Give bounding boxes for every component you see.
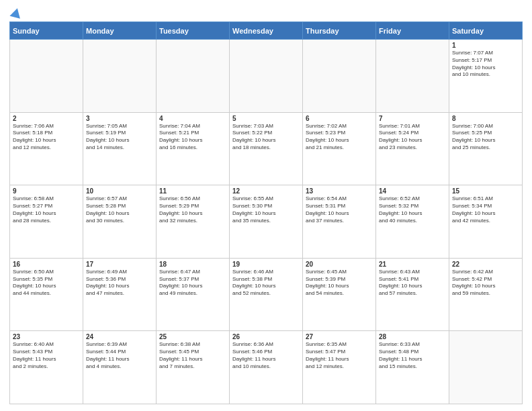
- weekday-header-row: SundayMondayTuesdayWednesdayThursdayFrid…: [10, 22, 523, 40]
- calendar-cell: 24Sunrise: 6:39 AM Sunset: 5:44 PM Dayli…: [83, 331, 157, 404]
- day-number: 10: [86, 187, 153, 195]
- day-number: 3: [86, 115, 153, 122]
- calendar-cell: [157, 40, 230, 113]
- day-number: 22: [452, 261, 519, 268]
- day-detail: Sunrise: 6:55 AM Sunset: 5:30 PM Dayligh…: [232, 195, 300, 224]
- weekday-header-tuesday: Tuesday: [157, 22, 230, 40]
- day-detail: Sunrise: 6:47 AM Sunset: 5:37 PM Dayligh…: [159, 269, 226, 298]
- day-number: 28: [379, 333, 446, 340]
- day-number: 25: [159, 333, 226, 340]
- calendar-cell: 8Sunrise: 7:00 AM Sunset: 5:25 PM Daylig…: [449, 112, 523, 185]
- day-detail: Sunrise: 6:38 AM Sunset: 5:45 PM Dayligh…: [159, 341, 226, 370]
- calendar-cell: 1Sunrise: 7:07 AM Sunset: 5:17 PM Daylig…: [449, 40, 523, 113]
- calendar-cell: 11Sunrise: 6:56 AM Sunset: 5:29 PM Dayli…: [157, 185, 230, 259]
- header: [9, 8, 523, 17]
- day-detail: Sunrise: 7:04 AM Sunset: 5:21 PM Dayligh…: [159, 123, 226, 152]
- weekday-header-thursday: Thursday: [303, 22, 376, 40]
- day-detail: Sunrise: 6:51 AM Sunset: 5:34 PM Dayligh…: [452, 195, 519, 224]
- day-number: 12: [232, 187, 300, 195]
- day-number: 24: [86, 333, 153, 340]
- weekday-header-saturday: Saturday: [449, 22, 523, 40]
- day-number: 14: [379, 187, 446, 195]
- day-detail: Sunrise: 6:49 AM Sunset: 5:36 PM Dayligh…: [86, 269, 153, 298]
- calendar-cell: 20Sunrise: 6:45 AM Sunset: 5:39 PM Dayli…: [303, 258, 376, 331]
- calendar-cell: 17Sunrise: 6:49 AM Sunset: 5:36 PM Dayli…: [83, 258, 157, 331]
- logo-triangle-icon: [9, 7, 22, 19]
- day-detail: Sunrise: 6:50 AM Sunset: 5:35 PM Dayligh…: [13, 269, 80, 298]
- day-number: 7: [379, 115, 446, 122]
- day-number: 11: [159, 187, 226, 195]
- day-number: 26: [232, 333, 300, 340]
- calendar-cell: 27Sunrise: 6:35 AM Sunset: 5:47 PM Dayli…: [303, 331, 376, 404]
- day-detail: Sunrise: 6:35 AM Sunset: 5:47 PM Dayligh…: [306, 341, 373, 370]
- day-detail: Sunrise: 7:05 AM Sunset: 5:19 PM Dayligh…: [86, 123, 153, 152]
- calendar-cell: 16Sunrise: 6:50 AM Sunset: 5:35 PM Dayli…: [10, 258, 83, 331]
- calendar-cell: 14Sunrise: 6:52 AM Sunset: 5:32 PM Dayli…: [376, 185, 449, 259]
- day-detail: Sunrise: 7:00 AM Sunset: 5:25 PM Dayligh…: [452, 123, 519, 152]
- day-number: 8: [452, 115, 519, 122]
- calendar-cell: [10, 40, 83, 113]
- weekday-header-friday: Friday: [376, 22, 449, 40]
- day-number: 20: [306, 261, 373, 268]
- logo-text: [9, 8, 21, 17]
- calendar-cell: 4Sunrise: 7:04 AM Sunset: 5:21 PM Daylig…: [157, 112, 230, 185]
- day-detail: Sunrise: 6:45 AM Sunset: 5:39 PM Dayligh…: [306, 269, 373, 298]
- weekday-header-sunday: Sunday: [10, 22, 83, 40]
- day-detail: Sunrise: 6:46 AM Sunset: 5:38 PM Dayligh…: [232, 269, 300, 298]
- day-detail: Sunrise: 6:58 AM Sunset: 5:27 PM Dayligh…: [13, 195, 80, 224]
- calendar-cell: 23Sunrise: 6:40 AM Sunset: 5:43 PM Dayli…: [10, 331, 83, 404]
- day-number: 21: [379, 261, 446, 268]
- calendar-cell: 21Sunrise: 6:43 AM Sunset: 5:41 PM Dayli…: [376, 258, 449, 331]
- calendar-cell: 6Sunrise: 7:02 AM Sunset: 5:23 PM Daylig…: [303, 112, 376, 185]
- weekday-header-wednesday: Wednesday: [230, 22, 303, 40]
- calendar-cell: 15Sunrise: 6:51 AM Sunset: 5:34 PM Dayli…: [449, 185, 523, 259]
- day-number: 4: [159, 115, 226, 122]
- calendar-cell: 13Sunrise: 6:54 AM Sunset: 5:31 PM Dayli…: [303, 185, 376, 259]
- day-detail: Sunrise: 6:57 AM Sunset: 5:28 PM Dayligh…: [86, 195, 153, 224]
- page: SundayMondayTuesdayWednesdayThursdayFrid…: [0, 0, 532, 411]
- day-detail: Sunrise: 7:07 AM Sunset: 5:17 PM Dayligh…: [452, 50, 519, 79]
- day-number: 1: [452, 42, 519, 49]
- day-detail: Sunrise: 6:39 AM Sunset: 5:44 PM Dayligh…: [86, 341, 153, 370]
- day-detail: Sunrise: 6:40 AM Sunset: 5:43 PM Dayligh…: [13, 341, 80, 370]
- calendar-cell: 2Sunrise: 7:06 AM Sunset: 5:18 PM Daylig…: [10, 112, 83, 185]
- calendar-cell: 19Sunrise: 6:46 AM Sunset: 5:38 PM Dayli…: [230, 258, 303, 331]
- day-number: 15: [452, 187, 519, 195]
- day-detail: Sunrise: 6:43 AM Sunset: 5:41 PM Dayligh…: [379, 269, 446, 298]
- day-detail: Sunrise: 6:42 AM Sunset: 5:42 PM Dayligh…: [452, 269, 519, 298]
- day-number: 9: [13, 187, 80, 195]
- calendar-cell: 7Sunrise: 7:01 AM Sunset: 5:24 PM Daylig…: [376, 112, 449, 185]
- calendar-cell: [83, 40, 157, 113]
- calendar: SundayMondayTuesdayWednesdayThursdayFrid…: [9, 21, 523, 404]
- day-detail: Sunrise: 7:01 AM Sunset: 5:24 PM Dayligh…: [379, 123, 446, 152]
- day-number: 27: [306, 333, 373, 340]
- calendar-cell: 26Sunrise: 6:36 AM Sunset: 5:46 PM Dayli…: [230, 331, 303, 404]
- calendar-week-4: 23Sunrise: 6:40 AM Sunset: 5:43 PM Dayli…: [10, 331, 523, 404]
- calendar-cell: 28Sunrise: 6:33 AM Sunset: 5:48 PM Dayli…: [376, 331, 449, 404]
- day-detail: Sunrise: 6:33 AM Sunset: 5:48 PM Dayligh…: [379, 341, 446, 370]
- calendar-cell: 18Sunrise: 6:47 AM Sunset: 5:37 PM Dayli…: [157, 258, 230, 331]
- calendar-week-3: 16Sunrise: 6:50 AM Sunset: 5:35 PM Dayli…: [10, 258, 523, 331]
- calendar-cell: 9Sunrise: 6:58 AM Sunset: 5:27 PM Daylig…: [10, 185, 83, 259]
- calendar-cell: [303, 40, 376, 113]
- day-detail: Sunrise: 7:06 AM Sunset: 5:18 PM Dayligh…: [13, 123, 80, 152]
- calendar-cell: [376, 40, 449, 113]
- day-number: 16: [13, 261, 80, 268]
- day-detail: Sunrise: 7:02 AM Sunset: 5:23 PM Dayligh…: [306, 123, 373, 152]
- calendar-week-1: 2Sunrise: 7:06 AM Sunset: 5:18 PM Daylig…: [10, 112, 523, 185]
- day-number: 6: [306, 115, 373, 122]
- calendar-cell: 10Sunrise: 6:57 AM Sunset: 5:28 PM Dayli…: [83, 185, 157, 259]
- day-detail: Sunrise: 6:56 AM Sunset: 5:29 PM Dayligh…: [159, 195, 226, 224]
- day-detail: Sunrise: 6:52 AM Sunset: 5:32 PM Dayligh…: [379, 195, 446, 224]
- day-number: 17: [86, 261, 153, 268]
- day-number: 5: [232, 115, 300, 122]
- calendar-cell: 25Sunrise: 6:38 AM Sunset: 5:45 PM Dayli…: [157, 331, 230, 404]
- day-number: 23: [13, 333, 80, 340]
- calendar-week-2: 9Sunrise: 6:58 AM Sunset: 5:27 PM Daylig…: [10, 185, 523, 259]
- day-number: 18: [159, 261, 226, 268]
- weekday-header-monday: Monday: [83, 22, 157, 40]
- calendar-cell: 22Sunrise: 6:42 AM Sunset: 5:42 PM Dayli…: [449, 258, 523, 331]
- calendar-cell: 3Sunrise: 7:05 AM Sunset: 5:19 PM Daylig…: [83, 112, 157, 185]
- day-detail: Sunrise: 6:54 AM Sunset: 5:31 PM Dayligh…: [306, 195, 373, 224]
- day-number: 13: [306, 187, 373, 195]
